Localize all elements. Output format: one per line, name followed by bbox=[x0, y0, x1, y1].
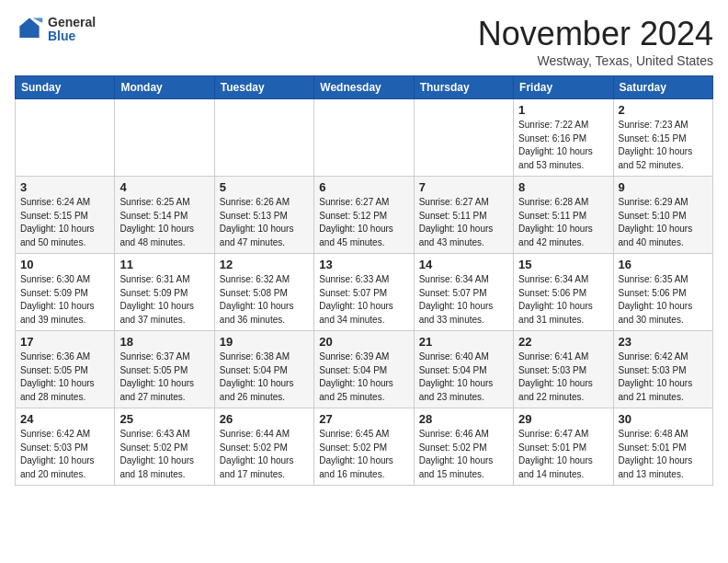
calendar-cell: 5Sunrise: 6:26 AM Sunset: 5:13 PM Daylig… bbox=[214, 177, 313, 254]
svg-marker-0 bbox=[19, 18, 39, 38]
day-info: Sunrise: 6:38 AM Sunset: 5:04 PM Dayligh… bbox=[220, 350, 309, 404]
day-info: Sunrise: 6:33 AM Sunset: 5:07 PM Dayligh… bbox=[319, 273, 408, 327]
day-number: 22 bbox=[518, 335, 608, 349]
day-number: 26 bbox=[220, 412, 309, 426]
logo-icon bbox=[15, 15, 44, 44]
day-number: 24 bbox=[20, 412, 109, 426]
calendar-cell: 28Sunrise: 6:46 AM Sunset: 5:02 PM Dayli… bbox=[414, 408, 513, 486]
day-number: 8 bbox=[518, 180, 608, 194]
day-info: Sunrise: 6:34 AM Sunset: 5:06 PM Dayligh… bbox=[518, 273, 608, 327]
day-info: Sunrise: 6:47 AM Sunset: 5:01 PM Dayligh… bbox=[518, 428, 608, 481]
calendar-cell: 22Sunrise: 6:41 AM Sunset: 5:03 PM Dayli… bbox=[514, 331, 613, 408]
day-info: Sunrise: 6:46 AM Sunset: 5:02 PM Dayligh… bbox=[419, 428, 508, 481]
day-info: Sunrise: 6:24 AM Sunset: 5:15 PM Dayligh… bbox=[20, 196, 109, 249]
day-info: Sunrise: 6:42 AM Sunset: 5:03 PM Dayligh… bbox=[619, 350, 708, 404]
calendar-week-row: 17Sunrise: 6:36 AM Sunset: 5:05 PM Dayli… bbox=[16, 331, 713, 408]
day-info: Sunrise: 6:44 AM Sunset: 5:02 PM Dayligh… bbox=[220, 428, 309, 481]
day-number: 15 bbox=[518, 258, 608, 271]
day-info: Sunrise: 6:45 AM Sunset: 5:02 PM Dayligh… bbox=[319, 428, 408, 481]
calendar-cell: 1Sunrise: 7:22 AM Sunset: 6:16 PM Daylig… bbox=[514, 99, 613, 177]
calendar-cell: 9Sunrise: 6:29 AM Sunset: 5:10 PM Daylig… bbox=[613, 177, 712, 254]
calendar-week-row: 10Sunrise: 6:30 AM Sunset: 5:09 PM Dayli… bbox=[16, 254, 713, 331]
day-number: 27 bbox=[319, 412, 408, 426]
day-number: 28 bbox=[419, 412, 508, 426]
weekday-header-saturday: Saturday bbox=[613, 76, 712, 99]
day-number: 7 bbox=[419, 180, 508, 194]
location-text: Westway, Texas, United States bbox=[478, 53, 713, 68]
calendar-cell: 23Sunrise: 6:42 AM Sunset: 5:03 PM Dayli… bbox=[613, 331, 712, 408]
logo: General Blue bbox=[15, 15, 96, 44]
calendar-table: SundayMondayTuesdayWednesdayThursdayFrid… bbox=[15, 75, 713, 486]
day-info: Sunrise: 6:36 AM Sunset: 5:05 PM Dayligh… bbox=[20, 350, 109, 404]
weekday-header-monday: Monday bbox=[115, 76, 214, 99]
title-section: November 2024 Westway, Texas, United Sta… bbox=[478, 15, 713, 68]
day-number: 3 bbox=[20, 180, 109, 194]
day-info: Sunrise: 6:42 AM Sunset: 5:03 PM Dayligh… bbox=[20, 428, 109, 481]
day-number: 19 bbox=[220, 335, 309, 349]
calendar-cell bbox=[314, 99, 414, 177]
weekday-header-wednesday: Wednesday bbox=[314, 76, 414, 99]
calendar-cell: 26Sunrise: 6:44 AM Sunset: 5:02 PM Dayli… bbox=[214, 408, 313, 486]
day-number: 18 bbox=[119, 335, 209, 349]
calendar-cell: 8Sunrise: 6:28 AM Sunset: 5:11 PM Daylig… bbox=[514, 177, 613, 254]
day-info: Sunrise: 6:35 AM Sunset: 5:06 PM Dayligh… bbox=[619, 273, 708, 327]
day-info: Sunrise: 6:28 AM Sunset: 5:11 PM Dayligh… bbox=[518, 196, 608, 249]
day-number: 9 bbox=[619, 180, 708, 194]
calendar-cell bbox=[16, 99, 115, 177]
calendar-cell: 15Sunrise: 6:34 AM Sunset: 5:06 PM Dayli… bbox=[514, 254, 613, 331]
calendar-cell: 13Sunrise: 6:33 AM Sunset: 5:07 PM Dayli… bbox=[314, 254, 414, 331]
logo-text: General Blue bbox=[48, 16, 96, 44]
logo-blue-text: Blue bbox=[48, 29, 96, 43]
day-number: 25 bbox=[119, 412, 209, 426]
calendar-cell: 20Sunrise: 6:39 AM Sunset: 5:04 PM Dayli… bbox=[314, 331, 414, 408]
day-number: 20 bbox=[319, 335, 408, 349]
day-info: Sunrise: 7:22 AM Sunset: 6:16 PM Dayligh… bbox=[518, 119, 608, 172]
calendar-cell: 10Sunrise: 6:30 AM Sunset: 5:09 PM Dayli… bbox=[16, 254, 115, 331]
day-info: Sunrise: 6:25 AM Sunset: 5:14 PM Dayligh… bbox=[119, 196, 209, 249]
day-info: Sunrise: 6:43 AM Sunset: 5:02 PM Dayligh… bbox=[119, 428, 209, 481]
calendar-cell: 14Sunrise: 6:34 AM Sunset: 5:07 PM Dayli… bbox=[414, 254, 513, 331]
calendar-cell: 29Sunrise: 6:47 AM Sunset: 5:01 PM Dayli… bbox=[514, 408, 613, 486]
calendar-cell: 16Sunrise: 6:35 AM Sunset: 5:06 PM Dayli… bbox=[613, 254, 712, 331]
day-number: 17 bbox=[20, 335, 109, 349]
day-info: Sunrise: 6:29 AM Sunset: 5:10 PM Dayligh… bbox=[619, 196, 708, 249]
day-info: Sunrise: 6:30 AM Sunset: 5:09 PM Dayligh… bbox=[20, 273, 109, 327]
day-number: 10 bbox=[20, 258, 109, 271]
logo-general-text: General bbox=[48, 16, 96, 29]
day-number: 14 bbox=[419, 258, 508, 271]
calendar-cell: 2Sunrise: 7:23 AM Sunset: 6:15 PM Daylig… bbox=[613, 99, 712, 177]
calendar-cell: 25Sunrise: 6:43 AM Sunset: 5:02 PM Dayli… bbox=[115, 408, 214, 486]
day-number: 4 bbox=[119, 180, 209, 194]
calendar-week-row: 1Sunrise: 7:22 AM Sunset: 6:16 PM Daylig… bbox=[16, 99, 713, 177]
calendar-cell: 12Sunrise: 6:32 AM Sunset: 5:08 PM Dayli… bbox=[214, 254, 313, 331]
day-number: 12 bbox=[220, 258, 309, 271]
calendar-cell: 19Sunrise: 6:38 AM Sunset: 5:04 PM Dayli… bbox=[214, 331, 313, 408]
calendar-cell: 3Sunrise: 6:24 AM Sunset: 5:15 PM Daylig… bbox=[16, 177, 115, 254]
calendar-cell: 30Sunrise: 6:48 AM Sunset: 5:01 PM Dayli… bbox=[613, 408, 712, 486]
calendar-cell: 17Sunrise: 6:36 AM Sunset: 5:05 PM Dayli… bbox=[16, 331, 115, 408]
calendar-week-row: 24Sunrise: 6:42 AM Sunset: 5:03 PM Dayli… bbox=[16, 408, 713, 486]
calendar-week-row: 3Sunrise: 6:24 AM Sunset: 5:15 PM Daylig… bbox=[16, 177, 713, 254]
calendar-cell: 6Sunrise: 6:27 AM Sunset: 5:12 PM Daylig… bbox=[314, 177, 414, 254]
day-info: Sunrise: 6:37 AM Sunset: 5:05 PM Dayligh… bbox=[119, 350, 209, 404]
weekday-header-sunday: Sunday bbox=[16, 76, 115, 99]
day-info: Sunrise: 6:26 AM Sunset: 5:13 PM Dayligh… bbox=[220, 196, 309, 249]
weekday-header-row: SundayMondayTuesdayWednesdayThursdayFrid… bbox=[16, 76, 713, 99]
calendar-cell bbox=[214, 99, 313, 177]
day-info: Sunrise: 6:39 AM Sunset: 5:04 PM Dayligh… bbox=[319, 350, 408, 404]
day-number: 13 bbox=[319, 258, 408, 271]
calendar-cell: 11Sunrise: 6:31 AM Sunset: 5:09 PM Dayli… bbox=[115, 254, 214, 331]
calendar-cell: 21Sunrise: 6:40 AM Sunset: 5:04 PM Dayli… bbox=[414, 331, 513, 408]
calendar-cell bbox=[115, 99, 214, 177]
month-title: November 2024 bbox=[478, 15, 713, 53]
day-number: 30 bbox=[619, 412, 708, 426]
day-number: 2 bbox=[619, 103, 708, 117]
day-number: 6 bbox=[319, 180, 408, 194]
weekday-header-tuesday: Tuesday bbox=[214, 76, 313, 99]
day-info: Sunrise: 6:40 AM Sunset: 5:04 PM Dayligh… bbox=[419, 350, 508, 404]
calendar-cell: 27Sunrise: 6:45 AM Sunset: 5:02 PM Dayli… bbox=[314, 408, 414, 486]
day-info: Sunrise: 6:27 AM Sunset: 5:12 PM Dayligh… bbox=[319, 196, 408, 249]
day-number: 23 bbox=[619, 335, 708, 349]
day-info: Sunrise: 6:41 AM Sunset: 5:03 PM Dayligh… bbox=[518, 350, 608, 404]
calendar-cell: 18Sunrise: 6:37 AM Sunset: 5:05 PM Dayli… bbox=[115, 331, 214, 408]
